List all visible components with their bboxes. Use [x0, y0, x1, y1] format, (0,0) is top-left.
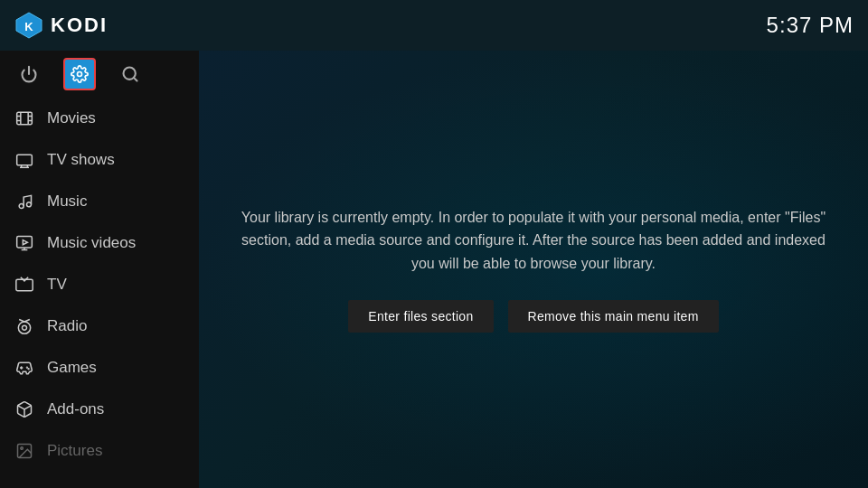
music-icon: [14, 192, 34, 211]
sidebar-item-addons[interactable]: Add-ons: [0, 389, 199, 430]
sidebar-item-radio[interactable]: Radio: [0, 305, 199, 347]
games-icon: [14, 358, 34, 378]
sidebar-item-games[interactable]: Games: [0, 347, 199, 389]
svg-line-5: [134, 78, 137, 81]
top-bar: K KODI 5:37 PM: [0, 0, 868, 51]
svg-point-28: [28, 369, 29, 370]
svg-point-24: [23, 325, 27, 330]
sidebar-item-musicvideos[interactable]: Music videos: [0, 222, 199, 264]
sidebar-icon-row: [0, 51, 199, 98]
kodi-logo-icon: K: [14, 11, 43, 40]
sidebar-item-movies-label: Movies: [47, 109, 96, 127]
sidebar-item-games-label: Games: [47, 359, 97, 377]
action-buttons: Enter files section Remove this main men…: [235, 300, 832, 333]
sidebar-item-music[interactable]: Music: [0, 181, 199, 222]
svg-marker-21: [23, 240, 27, 245]
app-title: KODI: [51, 14, 108, 37]
svg-rect-13: [17, 155, 33, 165]
logo-area: K KODI: [14, 11, 108, 40]
svg-rect-6: [17, 112, 33, 124]
svg-text:K: K: [24, 20, 33, 33]
tv-shows-icon: [14, 150, 34, 170]
sidebar-item-pictures[interactable]: Pictures: [0, 430, 199, 472]
settings-button[interactable]: [63, 58, 96, 90]
sidebar-item-movies[interactable]: Movies: [0, 98, 199, 139]
svg-point-31: [21, 447, 23, 450]
content-area: Your library is currently empty. In orde…: [199, 51, 868, 488]
library-empty-message: Your library is currently empty. In orde…: [235, 206, 832, 333]
svg-point-3: [78, 72, 82, 77]
remove-menu-item-button[interactable]: Remove this main menu item: [508, 300, 719, 333]
power-button[interactable]: [13, 58, 45, 90]
enter-files-button[interactable]: Enter files section: [348, 300, 493, 333]
sidebar-item-tvshows-label: TV shows: [47, 151, 115, 169]
sidebar-item-addons-label: Add-ons: [47, 400, 104, 418]
sidebar: Movies TV shows: [0, 51, 199, 488]
sidebar-item-tv-label: TV: [47, 276, 67, 294]
sidebar-item-music-label: Music: [47, 192, 87, 211]
sidebar-item-pictures-label: Pictures: [47, 442, 102, 460]
main-layout: Movies TV shows: [0, 51, 868, 488]
radio-icon: [14, 316, 34, 336]
sidebar-item-musicvideos-label: Music videos: [47, 234, 136, 252]
svg-point-23: [18, 322, 30, 333]
sidebar-item-tvshows[interactable]: TV shows: [0, 139, 199, 181]
clock-display: 5:37 PM: [767, 13, 854, 38]
pictures-icon: [14, 441, 34, 461]
nav-menu: Movies TV shows: [0, 98, 199, 488]
movies-icon: [14, 108, 34, 128]
sidebar-item-radio-label: Radio: [47, 317, 87, 335]
search-button[interactable]: [114, 58, 146, 90]
addons-icon: [14, 399, 34, 419]
tv-icon: [14, 275, 34, 295]
svg-rect-19: [17, 237, 33, 249]
sidebar-item-tv[interactable]: TV: [0, 264, 199, 305]
library-message-text: Your library is currently empty. In orde…: [235, 206, 832, 276]
svg-point-27: [27, 367, 28, 368]
music-videos-icon: [14, 233, 34, 253]
